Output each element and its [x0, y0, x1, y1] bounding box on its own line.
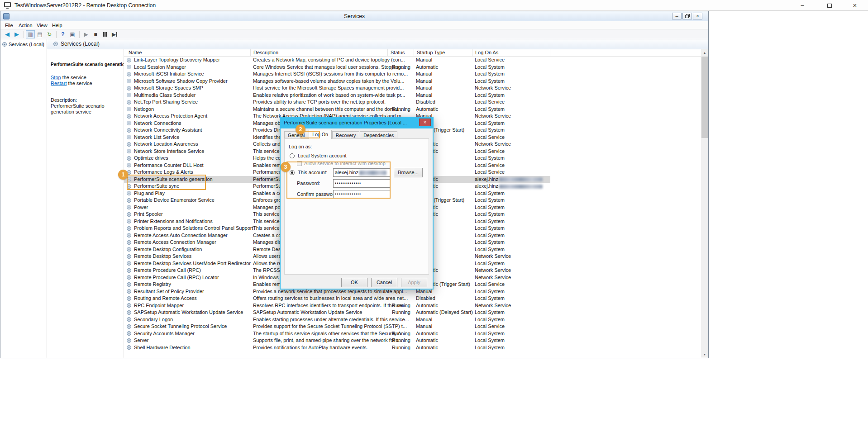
table-row[interactable]: Net.Tcp Port Sharing ServiceProvides abi… [124, 99, 550, 106]
column-header-logon[interactable]: Log On As [472, 49, 550, 57]
column-header-startup[interactable]: Startup Type [414, 49, 472, 57]
column-header-description[interactable]: Description [251, 49, 388, 57]
service-startup-cell: Disabled [416, 99, 435, 106]
service-name-cell: Secondary Logon [127, 316, 173, 323]
table-row[interactable]: RPC Endpoint MapperResolves RPC interfac… [124, 302, 550, 309]
menu-action[interactable]: Action [17, 22, 34, 28]
log-on-as-label: Log on as: [289, 144, 312, 149]
start-service-icon[interactable]: ▶ [81, 30, 91, 38]
service-name: Printer Extensions and Notifications [134, 218, 213, 225]
service-startup-cell: Automatic [416, 337, 438, 344]
cancel-button[interactable]: Cancel [371, 278, 397, 287]
local-system-label[interactable]: Local System account [298, 153, 347, 158]
table-row[interactable]: Microsoft iSCSI Initiator ServiceManages… [124, 71, 550, 78]
service-status-cell: Running [392, 337, 410, 344]
this-account-radio[interactable] [290, 170, 295, 175]
service-logon-cell: Local System [475, 71, 505, 78]
service-startup-cell: Automatic [416, 106, 438, 113]
browse-button[interactable]: Browse... [394, 168, 423, 177]
service-name: Secure Socket Tunneling Protocol Service [134, 323, 227, 330]
vertical-scrollbar[interactable]: ▲ ▼ [701, 49, 708, 358]
help-icon[interactable]: ? [58, 30, 67, 38]
menu-view[interactable]: View [35, 22, 49, 28]
table-row[interactable]: Security Accounts ManagerThe startup of … [124, 330, 550, 337]
table-row[interactable]: Local Session ManagerCore Windows Servic… [124, 64, 550, 71]
service-gear-icon [127, 114, 131, 119]
services-minimize-button[interactable]: – [672, 13, 682, 19]
service-name-cell: Remote Procedure Call (RPC) [127, 267, 201, 274]
service-logon-cell: Local System [475, 337, 505, 344]
service-logon-cell: Local System [475, 204, 505, 211]
service-gear-icon [127, 345, 131, 350]
service-logon-cell: Local System [475, 309, 505, 316]
rdp-minimize-button[interactable]: – [791, 0, 814, 10]
service-description-cell: Provides Dire [253, 127, 283, 134]
service-startup-cell: Automatic [416, 344, 438, 352]
service-name-cell: Remote Registry [127, 281, 171, 288]
show-console-tree-icon[interactable]: ▥ [26, 30, 35, 38]
restart-service-link[interactable]: Restart [51, 81, 67, 86]
services-close-button[interactable]: × [693, 13, 702, 19]
rdp-maximize-button[interactable] [818, 0, 841, 10]
tree-item-services-local[interactable]: Services (Local) [2, 42, 44, 47]
service-description-cell: Remote Desk [253, 246, 283, 253]
service-startup-cell: Automatic (Delayed Start) [416, 309, 473, 316]
restart-service-icon[interactable]: ▶ [110, 30, 119, 38]
column-header-status[interactable]: Status [388, 49, 414, 57]
tab-dependencies[interactable]: Dependencies [360, 131, 397, 139]
table-row[interactable]: SAPSetup Automatic Workstation Update Se… [124, 309, 550, 316]
forward-icon[interactable]: ▶ [12, 30, 21, 38]
service-gear-icon [127, 317, 131, 322]
confirm-password-input[interactable]: •••••••••••••• [333, 190, 390, 199]
services-restore-button[interactable] [682, 13, 692, 19]
service-name-cell: Microsoft Software Shadow Copy Provider [127, 78, 228, 85]
rdp-titlebar[interactable]: TestWindowsServer2012R2 - Remote Desktop… [0, 0, 868, 11]
stop-service-icon[interactable]: ■ [91, 30, 100, 38]
local-system-radio[interactable] [290, 153, 295, 158]
password-input[interactable]: •••••••••••••• [333, 179, 390, 188]
services-window-title: Services [0, 13, 708, 19]
service-description-cell: Maintains a secure channel between this … [253, 106, 402, 113]
table-row[interactable]: Secondary LogonEnables starting processe… [124, 316, 550, 323]
table-row[interactable]: Link-Layer Topology Discovery MapperCrea… [124, 57, 550, 64]
stop-service-link[interactable]: Stop [51, 75, 61, 80]
table-row[interactable]: Multimedia Class SchedulerEnables relati… [124, 92, 550, 99]
pause-service-icon[interactable] [100, 30, 110, 38]
scroll-down-icon[interactable]: ▼ [701, 351, 708, 358]
service-logon-cell: Local Service [475, 169, 505, 176]
result-pane-title: Services (Local) [61, 41, 100, 47]
service-name-cell: Remote Procedure Call (RPC) Locator [127, 274, 219, 281]
menu-help[interactable]: Help [50, 22, 64, 28]
services-titlebar[interactable]: Services – × [0, 11, 708, 21]
export-list-icon[interactable]: ▤ [35, 30, 44, 38]
dialog-close-button[interactable]: × [419, 119, 431, 126]
refresh-icon[interactable]: ↻ [45, 30, 54, 38]
account-input[interactable]: alexej.hinz [333, 168, 390, 177]
back-icon[interactable]: ◀ [3, 30, 12, 38]
service-name: Power [134, 204, 148, 211]
tab-recovery[interactable]: Recovery [332, 131, 359, 139]
service-gear-icon [127, 93, 131, 97]
table-row[interactable]: Routing and Remote AccessOffers routing … [124, 295, 550, 302]
menu-file[interactable]: File [3, 22, 15, 28]
menu-bar: File Action View Help [0, 21, 708, 29]
table-row[interactable]: Shell Hardware DetectionProvides notific… [124, 344, 550, 352]
scrollbar-thumb[interactable] [701, 57, 708, 138]
service-name-cell: Remote Access Connection Manager [127, 239, 216, 246]
list-column-headers: Name Description Status Startup Type Log… [124, 49, 701, 57]
table-row[interactable]: NetlogonMaintains a secure channel betwe… [124, 106, 550, 113]
service-gear-icon [127, 205, 131, 209]
scroll-up-icon[interactable]: ▲ [701, 49, 708, 56]
table-row[interactable]: Microsoft Software Shadow Copy ProviderM… [124, 78, 550, 85]
tab-log-on[interactable]: Log On [309, 130, 331, 139]
ok-button[interactable]: OK [341, 278, 367, 287]
table-row[interactable]: Secure Socket Tunneling Protocol Service… [124, 323, 550, 330]
this-account-label[interactable]: This account: [298, 170, 327, 175]
service-logon-cell: Local Service [475, 134, 505, 141]
service-name-cell: PerformerSuite scenario generation [127, 176, 213, 183]
table-row[interactable]: ServerSupports file, print, and named-pi… [124, 337, 550, 344]
properties-icon[interactable]: ▣ [68, 30, 77, 38]
rdp-close-button[interactable]: × [844, 0, 866, 10]
column-header-name[interactable]: Name [126, 49, 251, 57]
table-row[interactable]: Microsoft Storage Spaces SMPHost service… [124, 85, 550, 92]
